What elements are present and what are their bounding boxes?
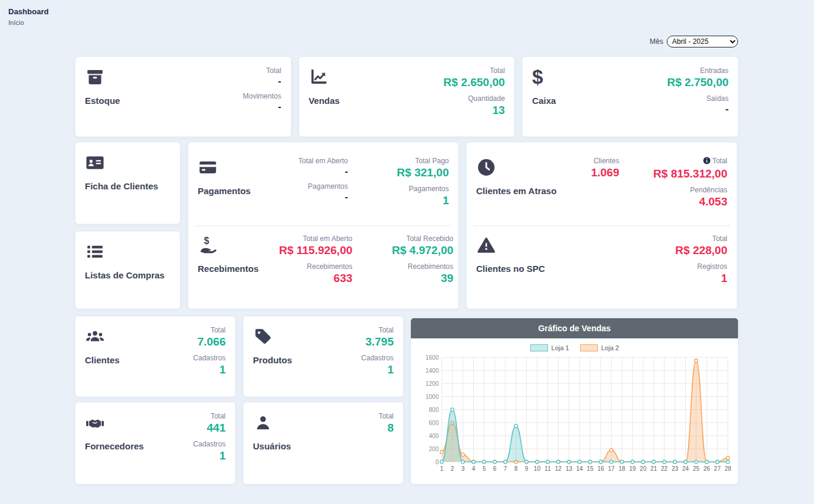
svg-text:27: 27 [714,465,721,472]
svg-text:18: 18 [619,465,626,472]
card-title: Fornecedores [85,441,144,451]
stat-value: 633 [259,272,353,285]
month-select-label: Mês [650,37,663,46]
stat-value: 441 [193,421,226,435]
svg-text:1400: 1400 [426,367,439,374]
stat-value: R$ 4.972,00 [360,244,454,257]
stat-value: 1 [675,272,727,285]
sales-area-chart: 0200400600800100012001400160012345678910… [417,353,732,478]
info-icon[interactable] [703,157,711,166]
card-title: Pagamentos [198,186,251,196]
stat-label: Total em Aberto [259,234,353,243]
stat-value: - [254,192,348,202]
stat-value: 1.069 [560,166,619,179]
svg-text:17: 17 [608,465,615,472]
bottom-row: Clientes Total7.066 Cadastros1 Produtos … [75,316,738,484]
svg-text:25: 25 [693,465,700,472]
tag-icon [253,326,274,347]
hand-holding-dollar-icon: $ [198,234,219,256]
svg-text:21: 21 [650,465,657,472]
card-fornecedores: Fornecedores Total441 Cadastros1 [75,402,235,484]
stat-value: 1 [361,363,394,376]
stat-label: Recebimentos [360,262,454,271]
svg-text:28: 28 [724,465,731,472]
card-ficha-de-clientes[interactable]: Ficha de Clientes [75,142,180,224]
svg-text:5: 5 [483,465,486,472]
card-listas-de-compras[interactable]: Listas de Compras [75,232,180,309]
stat-label: Saídas [667,94,729,103]
stat-label: Pagamentos [355,185,449,193]
card-title: Estoque [85,96,120,106]
stat-value: 13 [444,104,505,117]
stat-label: Total [379,412,394,420]
stat-label: Pendências [626,186,727,194]
sales-chart-card: Gráfico de Vendas Loja 1Loja 2 020040060… [411,318,738,484]
svg-text:11: 11 [544,465,551,472]
section-clientes-no-spc: Clientes no SPC TotalR$ 228,00 Registros… [476,226,727,303]
stat-label: Recebimentos [259,262,353,271]
svg-text:8: 8 [514,465,518,472]
month-select[interactable]: Abril - 2025 [667,36,738,47]
stat-value: 3.795 [361,335,394,348]
card-title: Clientes em Atraso [476,186,556,196]
svg-text:2: 2 [451,465,454,472]
summary-row: Estoque Total- Movimentos- Vendas TotalR… [75,57,738,137]
clock-icon [476,157,498,178]
svg-text:10: 10 [534,465,541,472]
svg-text:1: 1 [440,465,444,472]
stat-value: 1 [193,449,226,462]
box-icon [85,66,106,88]
stat-label: Total [193,412,226,420]
svg-text:26: 26 [704,465,711,472]
legend-item[interactable]: Loja 2 [580,344,619,351]
stat-value: - [667,104,729,115]
card-title: Recebimentos [198,264,259,274]
stat-label: Cadastros [193,354,226,362]
card-title: Clientes [85,355,119,365]
svg-text:22: 22 [661,465,668,472]
legend-item[interactable]: Loja 1 [530,344,569,351]
middle-row: Ficha de Clientes Listas de Compras Paga… [75,142,738,309]
breadcrumb: Início [8,19,49,26]
users-icon [85,326,106,347]
dollar-sign-icon: $ [532,66,553,88]
svg-text:12: 12 [555,465,562,472]
svg-text:200: 200 [429,446,439,452]
stat-label: Registros [675,262,727,271]
svg-text:7: 7 [503,465,507,472]
svg-text:20: 20 [640,465,647,472]
card-pagamentos-recebimentos: Pagamentos Total em Aberto- Pagamentos- … [188,142,458,309]
card-produtos: Produtos Total3.795 Cadastros1 [243,316,403,397]
warning-triangle-icon [476,234,498,256]
card-clientes-atraso-spc: Clientes em Atraso Clientes1.069 Total R… [467,142,737,309]
legend-swatch [530,344,548,351]
stat-label: Total Pago [355,157,449,165]
svg-text:600: 600 [429,420,439,426]
svg-text:16: 16 [597,465,604,472]
card-estoque: Estoque Total- Movimentos- [75,57,291,137]
user-icon [253,412,274,433]
stat-value: R$ 2.750,00 [667,76,729,89]
stat-value: 4.053 [626,195,727,208]
stat-label: Pagamentos [254,182,348,191]
stat-label: Total [712,157,727,165]
svg-text:9: 9 [525,465,528,472]
stat-label: Cadastros [361,354,394,362]
stat-label: Clientes [560,157,619,165]
handshake-icon [85,412,106,433]
card-title: Vendas [309,96,340,106]
stat-value: R$ 815.312,00 [626,167,727,180]
card-title: Ficha de Clientes [85,181,170,191]
svg-text:4: 4 [472,465,476,472]
stat-label: Total Recebido [360,234,454,243]
stat-value: - [243,76,281,87]
page-title: Dashboard [8,7,49,16]
stat-value: 39 [360,272,454,285]
stat-label: Total [444,66,505,75]
svg-text:800: 800 [429,407,439,413]
card-title: Caixa [532,96,556,106]
stat-value: R$ 228,00 [675,244,727,257]
stat-label: Total [243,66,281,75]
stat-label: Total [675,234,727,243]
section-clientes-em-atraso: Clientes em Atraso Clientes1.069 Total R… [476,148,727,226]
